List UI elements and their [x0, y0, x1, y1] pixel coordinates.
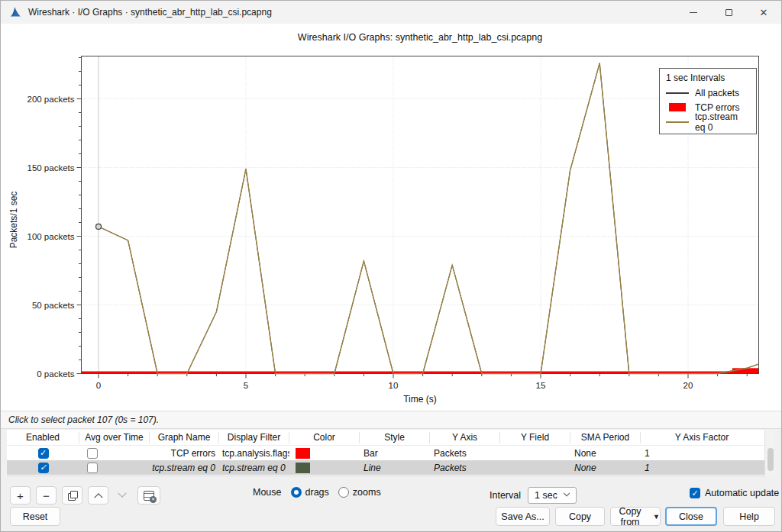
io-graphs-dialog: Wireshark · I/O Graphs · synthetic_abr_h… — [0, 0, 782, 532]
copy-from-button[interactable]: Copy from▼ — [610, 507, 661, 526]
header-color: Color — [289, 432, 360, 443]
header-y-field: Y Field — [500, 432, 570, 443]
window-title: Wireshark · I/O Graphs · synthetic_abr_h… — [28, 7, 272, 18]
duplicate-icon — [68, 491, 77, 500]
chevron-down-icon — [564, 490, 570, 496]
y-axis-cell: Packets — [430, 463, 500, 473]
chart-legend: 1 sec Intervals All packets TCP errors t… — [659, 68, 757, 134]
enabled-checkbox[interactable] — [38, 448, 49, 459]
avg-over-time-checkbox[interactable] — [87, 463, 98, 473]
graph-name-cell: TCP errors — [150, 448, 219, 459]
svg-text:50 packets: 50 packets — [32, 301, 75, 310]
legend-title: 1 sec Intervals — [666, 73, 750, 83]
chart-area: Wireshark I/O Graphs: synthetic_abr_http… — [1, 24, 782, 411]
svg-text:150 packets: 150 packets — [27, 163, 74, 172]
wireshark-icon — [8, 5, 22, 19]
chevron-down-icon — [118, 489, 126, 498]
svg-text:15: 15 — [536, 381, 546, 390]
header-avg-over-time: Avg over Time — [79, 432, 150, 443]
display-filter-cell: tcp.stream eq 0 — [219, 463, 289, 473]
header-y-axis-factor: Y Axis Factor — [641, 432, 763, 443]
svg-text:0 packets: 0 packets — [37, 369, 74, 379]
remove-graph-button[interactable]: − — [36, 486, 57, 505]
minus-icon: − — [43, 489, 50, 502]
chevron-up-icon — [94, 493, 102, 501]
interval-value: 1 sec — [535, 490, 557, 501]
line-sample-icon — [666, 121, 689, 123]
plus-icon: + — [17, 489, 24, 502]
y-axis-cell: Packets — [430, 448, 500, 459]
add-graph-button[interactable]: + — [10, 486, 31, 505]
svg-text:0: 0 — [96, 381, 101, 390]
style-cell: Bar — [360, 448, 430, 459]
color-swatch[interactable] — [296, 448, 310, 459]
drags-label[interactable]: drags — [305, 487, 329, 498]
legend-item-tcp-stream: tcp.stream eq 0 — [666, 114, 750, 129]
header-y-axis: Y Axis — [430, 432, 500, 443]
close-window-button[interactable]: ✕ — [746, 1, 781, 24]
header-graph-name: Graph Name — [150, 432, 219, 443]
close-button[interactable]: Close — [665, 507, 717, 526]
header-style: Style — [360, 432, 430, 443]
interval-label: Interval — [490, 490, 521, 501]
controls-row: + − ✕ Mouse drags zooms Interval 1 sec A… — [1, 482, 782, 507]
clear-graphs-button[interactable]: ✕ — [137, 486, 160, 505]
graph-name-cell: tcp.stream eq 0 — [150, 463, 219, 473]
enabled-checkbox[interactable] — [38, 463, 49, 473]
automatic-update-control[interactable]: Automatic update — [690, 488, 779, 498]
sma-period-cell: None — [570, 448, 641, 459]
minimize-button[interactable] — [676, 1, 711, 24]
svg-text:100 packets: 100 packets — [27, 232, 74, 241]
maximize-button[interactable] — [711, 1, 746, 24]
legend-item-all-packets: All packets — [666, 85, 750, 100]
y-axis-factor-cell: 1 — [641, 463, 763, 473]
automatic-update-checkbox[interactable] — [690, 488, 700, 498]
status-bar: Click to select packet 107 (0s = 107). — [1, 411, 782, 429]
automatic-update-label: Automatic update — [705, 488, 779, 498]
table-scrollbar[interactable] — [764, 430, 775, 476]
svg-text:5: 5 — [244, 381, 248, 390]
table-header-row: Enabled Avg over Time Graph Name Display… — [7, 430, 775, 446]
maximize-icon — [725, 9, 732, 16]
avg-over-time-checkbox[interactable] — [87, 448, 98, 459]
svg-text:10: 10 — [389, 381, 399, 390]
table-row[interactable]: TCP errors tcp.analysis.flags Bar Packet… — [7, 446, 775, 460]
bottom-button-row: Reset Save As... Copy Copy from▼ Close H… — [1, 507, 782, 532]
svg-text:20: 20 — [683, 381, 693, 390]
line-sample-icon — [666, 92, 689, 94]
hint-text: Click to select packet 107 (0s = 107). — [8, 414, 159, 425]
dropdown-caret-icon: ▼ — [653, 513, 660, 521]
clear-list-icon: ✕ — [144, 491, 154, 501]
help-button[interactable]: Help — [723, 507, 775, 526]
header-sma-period: SMA Period — [570, 432, 641, 443]
display-filter-cell: tcp.analysis.flags — [219, 448, 289, 459]
title-bar: Wireshark · I/O Graphs · synthetic_abr_h… — [1, 1, 781, 24]
mouse-label: Mouse — [253, 487, 282, 498]
mouse-drags-radio[interactable] — [291, 487, 302, 498]
move-down-button[interactable] — [111, 486, 132, 505]
mouse-zooms-radio[interactable] — [338, 487, 349, 498]
sma-period-cell: None — [570, 463, 641, 473]
move-up-button[interactable] — [88, 486, 108, 505]
scrollbar-thumb[interactable] — [767, 448, 774, 471]
y-axis-factor-cell: 1 — [641, 448, 763, 459]
svg-text:200 packets: 200 packets — [27, 95, 74, 104]
zooms-label[interactable]: zooms — [353, 487, 381, 498]
color-swatch[interactable] — [296, 463, 310, 473]
header-display-filter: Display Filter — [219, 432, 289, 443]
reset-button[interactable]: Reset — [10, 507, 60, 526]
header-enabled: Enabled — [7, 432, 79, 443]
bar-sample-icon — [669, 103, 686, 111]
save-as-button[interactable]: Save As... — [496, 507, 550, 526]
interval-select[interactable]: 1 sec — [528, 487, 577, 504]
table-row-selected[interactable]: tcp.stream eq 0 tcp.stream eq 0 Line Pac… — [7, 460, 775, 475]
graphs-table: Enabled Avg over Time Graph Name Display… — [7, 430, 775, 476]
close-icon: ✕ — [760, 7, 768, 18]
style-cell: Line — [360, 463, 430, 473]
copy-button[interactable]: Copy — [555, 507, 605, 526]
duplicate-graph-button[interactable] — [62, 486, 82, 505]
minimize-icon — [690, 12, 697, 13]
